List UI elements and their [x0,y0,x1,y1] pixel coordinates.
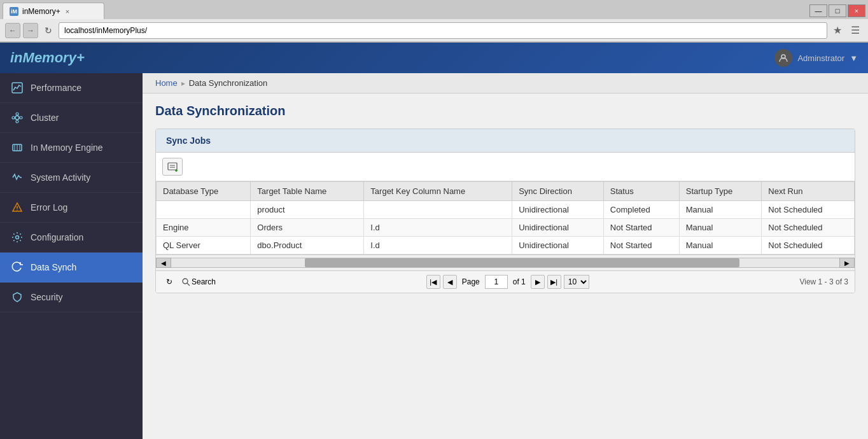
table-cell: Not Started [603,219,679,237]
avatar [774,49,792,67]
first-page-button[interactable]: |◀ [426,275,440,289]
search-label: Search [192,277,216,286]
sidebar-label-datasynch: Data Synch [31,262,76,272]
table-cell: Not Scheduled [762,219,855,237]
table-cell [364,201,512,219]
table-cell: Not Scheduled [762,201,855,219]
close-button[interactable]: × [848,4,865,17]
table-cell: Manual [679,237,762,254]
next-page-button[interactable]: ▶ [531,275,545,289]
maximize-button[interactable]: □ [829,4,846,17]
address-bar[interactable] [59,22,827,39]
config-icon [10,230,24,244]
sidebar-item-performance[interactable]: Performance [0,73,143,103]
security-icon [10,290,24,304]
tab-favicon: iM [10,7,18,16]
page-label: Page [462,277,480,286]
table-cell: Completed [603,201,679,219]
table-cell: Unidirectional [512,201,604,219]
col-status: Status [603,182,679,201]
search-icon [181,277,190,286]
bookmark-icon[interactable]: ★ [830,23,845,38]
table-cell: Not Started [603,237,679,254]
svg-point-6 [16,120,18,123]
prev-page-button[interactable]: ◀ [443,275,457,289]
page-size-select[interactable]: 10 25 50 [564,275,589,289]
browser-menu-icon[interactable]: ☰ [848,23,863,38]
col-target-key: Target Key Column Name [364,182,512,201]
sidebar-item-configuration[interactable]: Configuration [0,223,143,253]
page-number-input[interactable] [485,275,508,289]
app-header: inMemory+ Adminstrator ▼ [0,43,868,73]
table-row[interactable]: QL Serverdbo.ProductI.dUnidirectionalNot… [157,237,855,254]
svg-point-23 [183,279,188,284]
col-db-type: Database Type [157,182,251,201]
sidebar-label-security: Security [31,292,63,302]
card-header: Sync Jobs [156,129,855,153]
table-cell: Manual [679,219,762,237]
user-dropdown-icon[interactable]: ▼ [850,53,858,63]
refresh-button[interactable]: ↻ [41,23,56,38]
sync-jobs-card: Sync Jobs [155,129,855,293]
sidebar-label-error: Error Log [31,202,67,213]
sidebar-label-performance: Performance [31,83,81,93]
sidebar-item-cluster[interactable]: Cluster [0,103,143,133]
back-button[interactable]: ← [5,23,20,38]
minimize-button[interactable]: — [809,4,827,17]
performance-icon [10,81,24,95]
sidebar: Performance Cluster In Memory Engine Sys… [0,73,143,439]
pagination-bar: ↻ Search |◀ ◀ Page of 1 ▶ [156,270,855,293]
svg-point-2 [15,116,19,120]
add-sync-button[interactable] [162,158,183,176]
sidebar-label-activity: System Activity [31,172,90,183]
activity-icon [10,171,24,185]
breadcrumb: Home ▸ Data Synchronization [143,73,868,94]
card-toolbar [156,153,855,181]
table-cell: product [251,201,364,219]
table-cell: I.d [364,219,512,237]
refresh-table-button[interactable]: ↻ [162,275,176,289]
cluster-icon [10,111,24,125]
svg-point-3 [12,116,15,119]
svg-line-24 [187,283,190,286]
scrollbar-thumb[interactable] [305,258,739,267]
error-icon [10,200,24,214]
username-label: Adminstrator [797,53,844,63]
svg-rect-18 [168,163,177,170]
sidebar-item-data-synch[interactable]: Data Synch [0,253,143,282]
breadcrumb-separator: ▸ [181,79,185,88]
memory-icon [10,141,24,155]
svg-point-16 [17,209,18,211]
last-page-button[interactable]: ▶| [547,275,561,289]
breadcrumb-home-link[interactable]: Home [155,78,178,88]
browser-tab[interactable]: iM inMemory+ × [3,3,104,19]
table-cell: Engine [157,219,251,237]
table-cell: I.d [364,237,512,254]
table-cell: dbo.Product [251,237,364,254]
scroll-left-button[interactable]: ◀ [156,258,171,268]
breadcrumb-current: Data Synchronization [189,78,268,88]
table-cell: QL Server [157,237,251,254]
table-cell: Unidirectional [512,219,604,237]
scroll-right-button[interactable]: ▶ [839,258,855,268]
tab-title: inMemory+ [22,7,60,16]
col-startup-type: Startup Type [679,182,762,201]
sidebar-item-error-log[interactable]: Error Log [0,193,143,223]
col-sync-direction: Sync Direction [512,182,604,201]
svg-point-4 [20,116,22,119]
sync-jobs-table: Database Type Target Table Name Target K… [156,181,855,254]
of-label: of 1 [513,277,526,286]
view-info: View 1 - 3 of 3 [799,277,848,286]
svg-point-5 [16,113,18,115]
sidebar-label-cluster: Cluster [31,113,59,123]
tab-close-icon[interactable]: × [66,8,69,15]
table-cell: Unidirectional [512,237,604,254]
forward-button[interactable]: → [23,23,38,38]
table-row[interactable]: productUnidirectionalCompletedManualNot … [157,201,855,219]
col-next-run: Next Run [762,182,855,201]
sidebar-item-memory-engine[interactable]: In Memory Engine [0,133,143,163]
table-cell: Orders [251,219,364,237]
sidebar-item-security[interactable]: Security [0,282,143,312]
table-row[interactable]: EngineOrdersI.dUnidirectionalNot Started… [157,219,855,237]
sidebar-item-system-activity[interactable]: System Activity [0,163,143,193]
